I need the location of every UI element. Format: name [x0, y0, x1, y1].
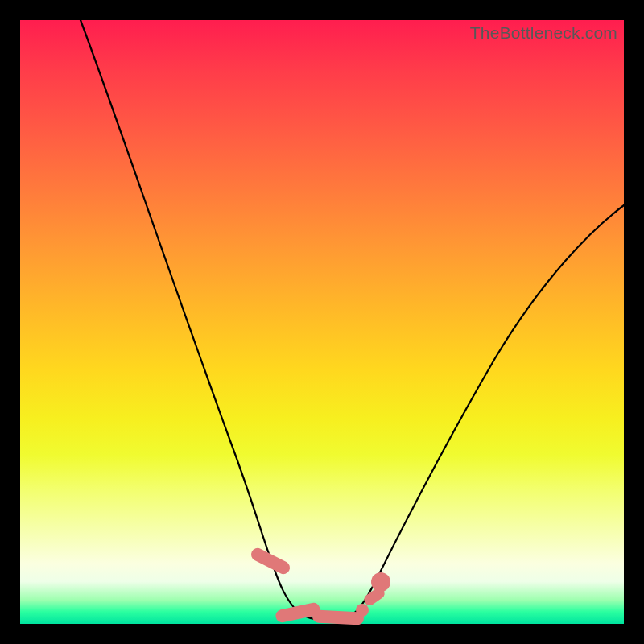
curve-markers	[249, 546, 390, 625]
chart-svg	[20, 20, 624, 624]
marker-dot-1	[356, 604, 369, 617]
chart-frame: TheBottleneck.com	[0, 0, 644, 644]
marker-pill-left	[249, 546, 292, 576]
chart-plot-area: TheBottleneck.com	[20, 20, 624, 624]
bottleneck-curve	[80, 20, 624, 620]
